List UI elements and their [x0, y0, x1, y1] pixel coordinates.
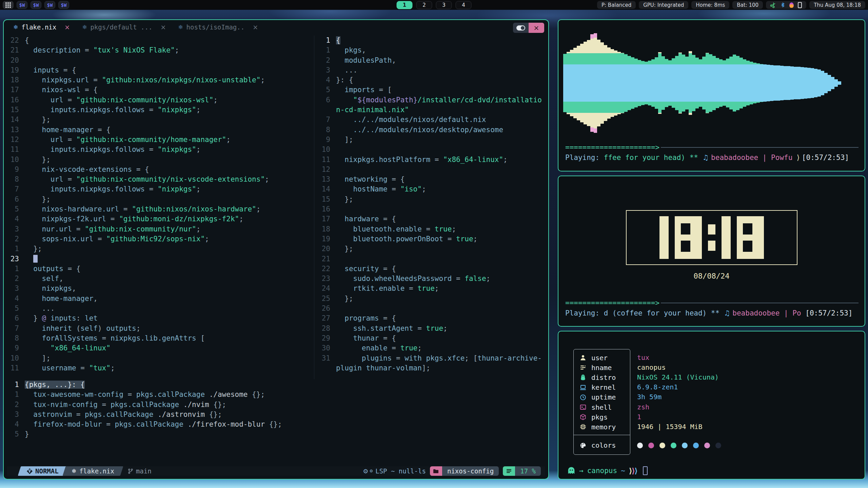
- code-text: networking = {: [336, 175, 405, 184]
- workspace-button[interactable]: $W: [44, 1, 55, 9]
- now-playing-2: Playing: d (coffee for your head) ** ♫ b…: [565, 309, 859, 317]
- fetch-value-memory: 1946 | 15394 MiB: [637, 422, 719, 431]
- code-line: 4 firefox-mod-blur = pkgs.callPackage ./…: [8, 420, 544, 429]
- tab-close-icon[interactable]: ×: [253, 23, 258, 31]
- line-number: 11: [320, 155, 336, 165]
- line-number: 2: [320, 56, 336, 65]
- color-dot: [704, 443, 710, 448]
- workspace-button[interactable]: $W: [58, 1, 69, 9]
- lines-icon: [503, 466, 515, 476]
- line-number: 12: [320, 165, 336, 175]
- fetch-row-shell: shell: [574, 402, 630, 412]
- code-text: };: [25, 155, 51, 165]
- window-close-button[interactable]: ×: [529, 23, 544, 33]
- visualizer-column: [801, 32, 804, 134]
- tab-hosts-isoImag-[interactable]: ❄hosts/isoImag..×: [178, 23, 258, 31]
- tab-pkgs-default-[interactable]: ❄pkgs/default ...×: [82, 23, 166, 31]
- color-dot: [715, 443, 721, 448]
- visualizer-column: [641, 32, 645, 134]
- nix-snowflake-icon: ❄: [178, 24, 183, 30]
- tab-close-icon[interactable]: ×: [160, 23, 166, 31]
- branch-label: main: [136, 467, 152, 475]
- fetch-label: kernel: [591, 383, 616, 391]
- editor-window: ❄flake.nix×❄pkgs/default ...×❄hosts/isoI…: [3, 19, 549, 480]
- window-buttons: ×: [513, 23, 544, 33]
- fetch-row-colors: colors: [574, 441, 630, 450]
- topbar-clock: Thu Aug 08, 18:18: [814, 2, 861, 8]
- code-line: 5 nixos-hardware.url = "github:nixos/nix…: [8, 204, 308, 214]
- visualizer-column: [794, 32, 797, 134]
- playing-label: Playing:: [565, 154, 604, 162]
- workspace-buttons: $W$W$W$W: [17, 1, 69, 9]
- editor-pane-pkgs-default[interactable]: 1{pkgs, ...}: {1 tux-awesome-wm-config =…: [8, 380, 544, 443]
- code-line: 7 inputs.nixpkgs.follows = "nixpkgs";: [8, 184, 308, 194]
- workspace-button[interactable]: $W: [17, 1, 27, 9]
- tag-3[interactable]: 3: [436, 1, 452, 9]
- visualizer-column: [773, 32, 777, 134]
- code-text: ];: [25, 353, 51, 363]
- workspace-button[interactable]: $W: [31, 1, 41, 9]
- line-number: 5: [8, 429, 25, 439]
- code-text: };: [25, 195, 51, 204]
- code-line: 16: [320, 204, 544, 214]
- line-number: 18: [8, 75, 25, 85]
- code-line: 3 nixpkgs,: [8, 284, 308, 293]
- code-text: };: [336, 195, 353, 204]
- line-number: 2: [8, 274, 25, 284]
- color-dot: [693, 443, 699, 448]
- code-line: 20: [8, 56, 308, 65]
- visualizer-column: [743, 32, 746, 134]
- visualizer-column: [756, 32, 760, 134]
- line-number: 3: [8, 284, 25, 293]
- code-line: 6 "${modulesPath}/installer/cd-dvd/insta…: [320, 95, 544, 105]
- scissors-icon[interactable]: [769, 1, 777, 9]
- code-line: 21 description = "tux's NixOS Flake";: [8, 45, 308, 55]
- visualizer-column: [790, 32, 794, 134]
- code-text: tux-awesome-wm-config = pkgs.callPackage…: [25, 390, 265, 400]
- nix-flake-icon: ❄: [72, 468, 76, 474]
- fetch-label: user: [591, 354, 608, 362]
- progress-track: =====================>: [565, 143, 659, 151]
- now-playing-1: Playing: ffee for your head) ** ♫ beabad…: [565, 154, 859, 162]
- line-number: 2: [8, 234, 25, 244]
- palette-icon: [580, 442, 586, 449]
- line-number: 12: [8, 135, 25, 145]
- code-line: 9 nix-vscode-extensions = {: [8, 165, 308, 175]
- code-text: ...: [336, 65, 357, 75]
- tag-4[interactable]: 4: [456, 1, 472, 9]
- shell-prompt[interactable]: → canopus ~ ⟩⟩⟩: [567, 466, 648, 475]
- bluetooth-icon[interactable]: [780, 2, 785, 8]
- prompt-host: canopus: [587, 467, 617, 475]
- tab-flake-nix[interactable]: ❄flake.nix×: [13, 23, 70, 31]
- code-line: n-cd-minimal.nix": [320, 105, 544, 115]
- fetch-label: colors: [591, 441, 616, 449]
- code-text: inputs = {: [25, 65, 76, 75]
- titlebar-toggle-button[interactable]: [513, 23, 529, 33]
- fetch-separator: [574, 435, 630, 435]
- code-text: thunar = {: [336, 333, 396, 343]
- tag-1[interactable]: 1: [397, 1, 413, 9]
- fetch-row-user: user: [574, 353, 630, 363]
- tab-bar: ❄flake.nix×❄pkgs/default ...×❄hosts/isoI…: [4, 20, 548, 34]
- editor-pane-flake[interactable]: 22{21 description = "tux's NixOS Flake";…: [8, 36, 308, 379]
- app-launcher-button[interactable]: [3, 1, 14, 9]
- fetch-row-kernel: kernel: [574, 383, 630, 392]
- code-text: inputs.nixpkgs.follows = "nixpkgs";: [25, 145, 200, 155]
- code-text: [25, 254, 38, 264]
- visualizer-column: [733, 32, 736, 134]
- line-number: 1: [320, 36, 336, 45]
- code-line: 1 pkgs,: [320, 45, 544, 55]
- code-line: 1 tux-awesome-wm-config = pkgs.callPacka…: [8, 390, 544, 400]
- flame-icon[interactable]: [789, 2, 794, 8]
- code-text: tux-nvim-config = pkgs.callPackage ./nvi…: [25, 400, 226, 410]
- phone-icon[interactable]: [798, 2, 802, 8]
- code-text: home-manager,: [25, 294, 98, 304]
- code-line: 23 sudo.wheelNeedsPassword = false;: [320, 274, 544, 284]
- visualizer-column: [689, 32, 692, 134]
- tray-icons: [766, 1, 806, 9]
- line-number: 1: [8, 264, 25, 274]
- fetch-label: distro: [591, 373, 616, 382]
- editor-pane-iso[interactable]: 1{1 pkgs,2 modulesPath,3 ...4}: {5 impor…: [314, 36, 544, 379]
- tab-close-icon[interactable]: ×: [64, 23, 70, 31]
- tag-2[interactable]: 2: [416, 1, 432, 9]
